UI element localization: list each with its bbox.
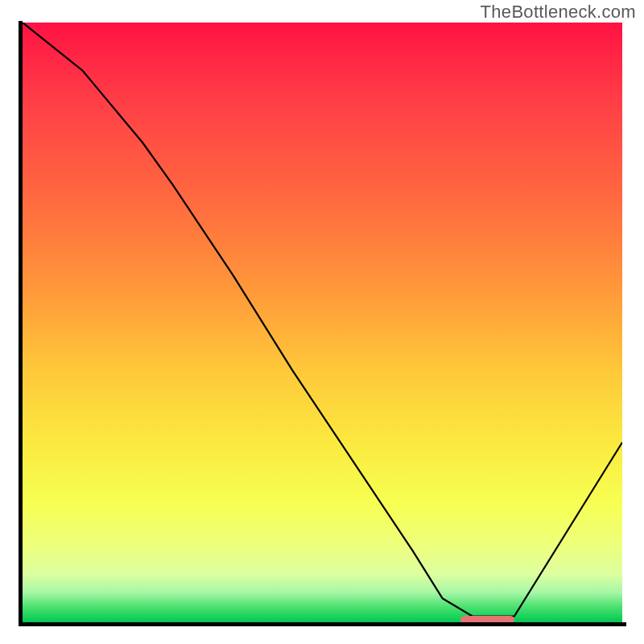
optimal-range-marker [460, 616, 514, 624]
watermark-text: TheBottleneck.com [481, 2, 636, 23]
bottleneck-curve [23, 23, 622, 617]
chart-plot-area [23, 23, 622, 622]
x-axis-line [19, 622, 626, 626]
chart-svg [23, 23, 622, 622]
